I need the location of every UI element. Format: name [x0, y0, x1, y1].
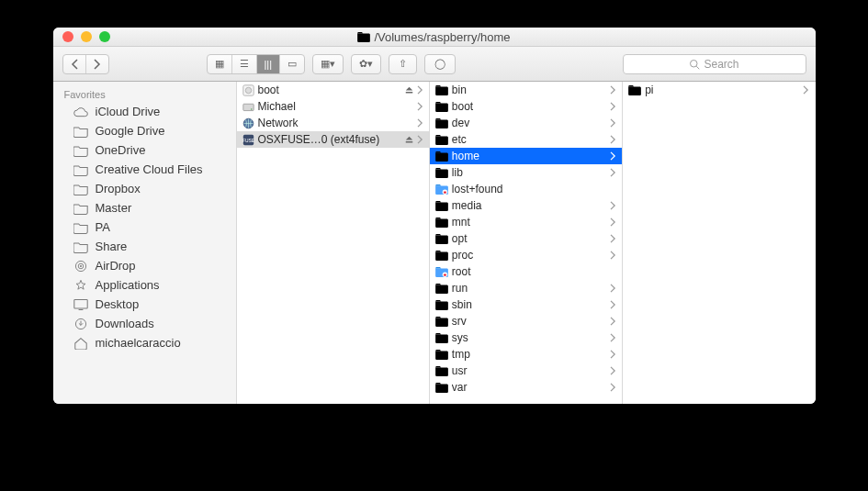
sidebar-item-airdrop[interactable]: AirDrop: [53, 256, 236, 275]
folder-icon: [435, 184, 448, 195]
list-item[interactable]: sbin: [430, 296, 622, 313]
column-0: bootMichaelNetworkOSXFUSE…0 (ext4fuse): [237, 82, 430, 404]
sidebar-item-desktop[interactable]: Desktop: [53, 295, 236, 314]
chevron-right-icon: [610, 118, 616, 128]
list-item[interactable]: tmp: [430, 346, 622, 363]
list-item[interactable]: dev: [430, 115, 622, 131]
sidebar-item-label: Applications: [96, 278, 160, 292]
item-label: lib: [452, 166, 606, 179]
sidebar-item-downloads[interactable]: Downloads: [53, 314, 236, 333]
sidebar-item-pa[interactable]: PA: [53, 218, 236, 237]
list-item[interactable]: lost+found: [430, 181, 622, 197]
column-2: pi: [623, 82, 815, 404]
item-label: sbin: [452, 298, 606, 311]
list-item[interactable]: mnt: [430, 214, 622, 230]
chevron-right-icon: [803, 85, 809, 95]
folder-icon: [435, 85, 448, 95]
list-item[interactable]: sys: [430, 329, 622, 346]
action-button[interactable]: ✿▾: [352, 55, 380, 73]
folder-icon: [628, 85, 641, 95]
list-item[interactable]: lib: [430, 164, 622, 181]
list-item[interactable]: media: [430, 197, 622, 214]
chevron-right-icon: [610, 350, 616, 359]
back-button[interactable]: [63, 55, 86, 73]
sidebar-item-share[interactable]: Share: [53, 237, 236, 256]
list-item[interactable]: OSXFUSE…0 (ext4fuse): [237, 131, 429, 148]
sidebar-item-icloud-drive[interactable]: iCloud Drive: [53, 102, 236, 121]
item-label: media: [452, 199, 606, 212]
item-label: OSXFUSE…0 (ext4fuse): [258, 133, 401, 146]
finder-window: /Volumes/raspberry/home ▦ ☰ ||| ▭ ▦▾ ✿▾ …: [53, 28, 816, 404]
window-title: /Volumes/raspberry/home: [374, 30, 510, 44]
sidebar-item-label: Dropbox: [96, 182, 141, 195]
sidebar-item-master[interactable]: Master: [53, 198, 236, 218]
share-button[interactable]: ⇧: [389, 54, 417, 74]
minimize-button[interactable]: [81, 31, 92, 42]
list-item[interactable]: boot: [237, 82, 429, 98]
sidebar-item-label: Share: [96, 240, 128, 253]
chevron-left-icon: [71, 59, 78, 70]
view-icons-button[interactable]: ▦: [208, 55, 232, 73]
view-columns-button[interactable]: |||: [257, 55, 281, 73]
list-item[interactable]: srv: [430, 313, 622, 329]
sidebar-item-label: iCloud Drive: [96, 105, 161, 118]
item-label: boot: [452, 100, 606, 113]
forward-button[interactable]: [86, 55, 108, 73]
chevron-right-icon: [610, 300, 616, 309]
view-gallery-button[interactable]: ▭: [280, 55, 304, 73]
list-item[interactable]: boot: [430, 98, 622, 115]
sidebar-item-applications[interactable]: Applications: [53, 275, 236, 295]
column-1: binbootdevetchomeliblost+foundmediamntop…: [430, 82, 623, 404]
action-segment: ✿▾: [351, 54, 381, 74]
sidebar-item-michaelcaraccio[interactable]: michaelcaraccio: [53, 333, 236, 352]
list-item[interactable]: bin: [430, 82, 622, 98]
item-label: tmp: [452, 348, 606, 361]
desktop-icon: [73, 298, 88, 311]
item-label: srv: [452, 315, 606, 328]
item-label: pi: [645, 84, 799, 96]
sidebar-item-google-drive[interactable]: Google Drive: [53, 121, 236, 140]
sidebar-item-label: Google Drive: [96, 124, 165, 138]
list-item[interactable]: home: [430, 148, 622, 164]
folder-icon: [435, 350, 448, 360]
list-item[interactable]: pi: [623, 82, 815, 98]
chevron-right-icon: [610, 383, 616, 392]
item-label: dev: [452, 117, 606, 129]
arrange-button[interactable]: ▦▾: [313, 55, 343, 73]
list-item[interactable]: opt: [430, 230, 622, 247]
folder-icon: [435, 151, 448, 162]
chevron-right-icon: [417, 135, 423, 144]
tag-icon: ◯: [434, 58, 445, 70]
sidebar-item-onedrive[interactable]: OneDrive: [53, 140, 236, 160]
folder-icon: [435, 234, 448, 244]
close-button[interactable]: [62, 31, 73, 42]
zoom-button[interactable]: [99, 31, 110, 42]
view-list-button[interactable]: ☰: [232, 55, 257, 73]
list-item[interactable]: usr: [430, 363, 622, 379]
sidebar-item-label: AirDrop: [96, 259, 136, 273]
list-item[interactable]: proc: [430, 247, 622, 263]
list-item[interactable]: Michael: [237, 98, 429, 115]
list-item[interactable]: etc: [430, 131, 622, 148]
chevron-right-icon: [610, 366, 616, 375]
folder-icon: [435, 102, 448, 112]
item-label: proc: [452, 249, 606, 262]
tags-button[interactable]: ◯: [424, 54, 456, 74]
finder-body: Favorites iCloud DriveGoogle DriveOneDri…: [53, 82, 816, 404]
item-label: root: [452, 265, 616, 278]
eject-icon[interactable]: [405, 136, 413, 144]
sidebar-item-dropbox[interactable]: Dropbox: [53, 179, 236, 198]
titlebar[interactable]: /Volumes/raspberry/home: [53, 28, 816, 47]
item-label: sys: [452, 331, 606, 344]
eject-icon[interactable]: [405, 86, 413, 95]
download-icon: [73, 318, 88, 330]
list-item[interactable]: Network: [237, 115, 429, 131]
list-item[interactable]: root: [430, 263, 622, 280]
item-label: boot: [258, 84, 401, 96]
list-item[interactable]: var: [430, 379, 622, 396]
chevron-right-icon: [610, 234, 616, 243]
list-item[interactable]: run: [430, 280, 622, 296]
sidebar-item-creative-cloud-files[interactable]: Creative Cloud Files: [53, 160, 236, 179]
search-field[interactable]: Search: [623, 54, 806, 74]
folder-icon: [73, 125, 88, 138]
